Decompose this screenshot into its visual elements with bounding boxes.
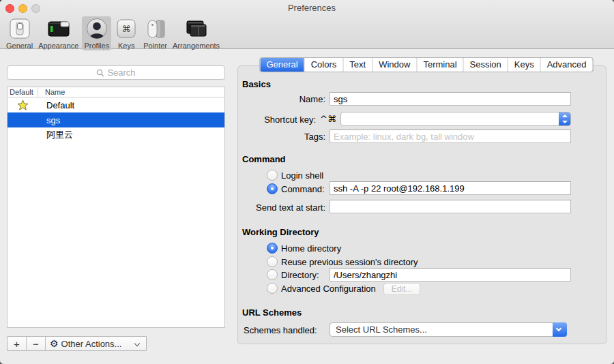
appearance-window-icon: [47, 18, 70, 41]
chevron-down-icon: [134, 341, 140, 346]
search-placeholder: Search: [107, 67, 135, 78]
advanced-configuration-label[interactable]: Advanced Configuration: [281, 284, 376, 294]
shortcut-modifiers: ^⌘: [320, 114, 336, 124]
tab-advanced[interactable]: Advanced: [541, 58, 593, 72]
mouse-icon: [144, 18, 167, 41]
toolbar-label: Arrangements: [173, 42, 220, 50]
schemes-handled-label: Schemes handled:: [244, 325, 317, 335]
toolbar-label: Appearance: [38, 42, 78, 50]
name-label: Name:: [244, 94, 325, 104]
radio-reuse-directory[interactable]: [267, 256, 278, 267]
send-text-label: Send text at start:: [244, 202, 325, 213]
preferences-window: Preferences General: [0, 0, 614, 364]
basics-heading: Basics: [242, 79, 271, 89]
tab-colors[interactable]: Colors: [305, 58, 344, 72]
toolbar-item-general[interactable]: General: [4, 16, 35, 50]
home-directory-label[interactable]: Home directory: [281, 243, 341, 254]
search-icon: [96, 69, 104, 77]
profile-actions: + − ⚙ Other Actions...: [7, 336, 147, 351]
tab-general[interactable]: General: [260, 58, 304, 72]
close-button[interactable]: [5, 4, 14, 13]
toolbar-item-keys[interactable]: ⌘ Keys: [113, 16, 140, 50]
login-shell-label[interactable]: Login shell: [281, 170, 323, 181]
shortcut-key-label: Shortcut key:: [234, 115, 316, 125]
gear-icon: ⚙: [50, 338, 59, 349]
stepper-icon[interactable]: [559, 112, 570, 125]
radio-home-directory[interactable]: [267, 243, 278, 254]
window-chrome: Preferences General: [0, 0, 614, 49]
tab-window[interactable]: Window: [372, 58, 417, 72]
send-text-field[interactable]: [330, 200, 571, 213]
minimize-button[interactable]: [18, 4, 27, 13]
toolbar-item-arrangements[interactable]: Arrangements: [171, 16, 222, 50]
column-header-name[interactable]: Name: [38, 88, 65, 96]
edit-button[interactable]: Edit...: [383, 283, 420, 295]
column-header-default[interactable]: Default: [8, 87, 38, 97]
directory-field[interactable]: [330, 268, 571, 282]
dropdown-chevron-icon: [553, 322, 567, 337]
window-title: Preferences: [288, 3, 336, 13]
url-schemes-dropdown[interactable]: Select URL Schemes...: [330, 322, 567, 337]
stacked-windows-icon: [185, 18, 208, 41]
radio-command[interactable]: [267, 183, 278, 194]
switch-icon: [8, 18, 31, 41]
toolbar-item-profiles[interactable]: Profiles: [82, 16, 111, 50]
command-heading: Command: [242, 154, 286, 164]
command-label[interactable]: Command:: [281, 184, 325, 194]
shortcut-key-combo[interactable]: [340, 112, 571, 126]
list-item-aliyun[interactable]: 阿里云: [8, 127, 224, 142]
toolbar-label: Pointer: [143, 42, 167, 50]
preferences-toolbar: General Appearance: [4, 16, 223, 50]
svg-text:⌘: ⌘: [122, 24, 131, 34]
directory-label[interactable]: Directory:: [281, 270, 319, 280]
person-icon: [85, 18, 108, 41]
toolbar-label: General: [6, 42, 33, 50]
name-field[interactable]: [330, 92, 571, 106]
toolbar-label: Keys: [118, 42, 134, 50]
list-header: Default Name: [8, 87, 224, 97]
command-field[interactable]: [330, 181, 571, 195]
profiles-list: Default Name Default sgs 阿里云: [7, 87, 225, 328]
list-item-sgs[interactable]: sgs: [8, 112, 224, 127]
profile-name: Default: [38, 100, 74, 110]
remove-profile-button[interactable]: −: [27, 337, 46, 350]
profile-name: sgs: [38, 115, 60, 125]
tags-field[interactable]: [330, 130, 571, 143]
default-star-icon: [8, 100, 38, 110]
reuse-directory-label[interactable]: Reuse previous session's directory: [281, 257, 418, 267]
tab-terminal[interactable]: Terminal: [417, 58, 463, 72]
tab-text[interactable]: Text: [343, 58, 372, 72]
add-profile-button[interactable]: +: [8, 337, 27, 350]
radio-login-shell[interactable]: [267, 170, 278, 181]
list-item-default[interactable]: Default: [8, 97, 224, 112]
title-bar[interactable]: Preferences: [0, 0, 614, 15]
search-input[interactable]: Search: [7, 65, 225, 80]
working-directory-heading: Working Directory: [242, 227, 319, 237]
tab-session[interactable]: Session: [464, 58, 508, 72]
other-actions-button[interactable]: ⚙ Other Actions...: [46, 337, 146, 350]
radio-directory[interactable]: [267, 269, 278, 280]
toolbar-item-pointer[interactable]: Pointer: [141, 16, 169, 50]
url-schemes-heading: URL Schemes: [242, 307, 302, 318]
radio-advanced-configuration[interactable]: [267, 283, 278, 294]
tab-keys[interactable]: Keys: [508, 58, 541, 72]
url-schemes-value: Select URL Schemes...: [336, 324, 427, 335]
other-actions-label: Other Actions...: [61, 339, 122, 349]
zoom-button-disabled: [31, 4, 40, 13]
toolbar-label: Profiles: [84, 42, 109, 50]
profile-name: 阿里云: [38, 129, 73, 141]
toolbar-item-appearance[interactable]: Appearance: [36, 16, 81, 50]
profile-tabs: General Colors Text Window Terminal Sess…: [259, 57, 593, 72]
tags-label: Tags:: [244, 132, 325, 142]
command-key-icon: ⌘: [115, 18, 138, 41]
